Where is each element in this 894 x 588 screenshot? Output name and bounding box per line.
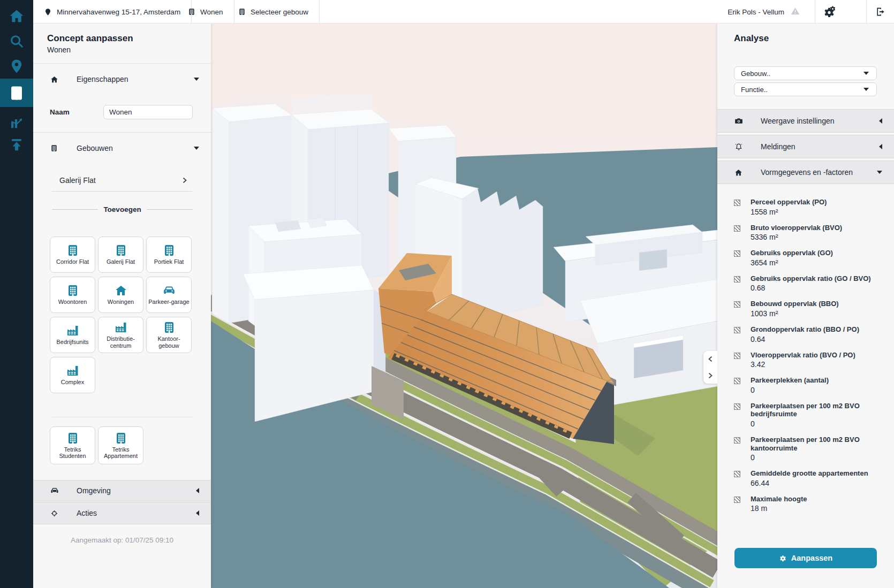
sidebar-item-home[interactable] [0,2,33,30]
sidebar-item-upload[interactable] [0,131,33,158]
toevoegen-label: Toevoegen [103,205,141,213]
add-parkeergarage-button[interactable]: Parkeer-garage [146,277,192,313]
settings-button[interactable] [815,0,843,24]
add-building-grid: Corridor Flat Galerij Flat Portiek Flat … [50,236,194,393]
building-icon [66,244,79,257]
hatch-icon [734,276,740,282]
factory-icon [115,321,127,334]
metric-item: Maximale hoogte 18 m [734,495,884,513]
add-bedrijfsunits-button[interactable]: Bedrijfsunits [50,317,95,353]
sidebar-item-search[interactable] [0,27,33,55]
building-icon [238,8,246,16]
chevron-left-icon [879,144,882,149]
gears-icon [823,5,836,18]
logout-icon [875,6,886,17]
search-icon [9,33,25,49]
select-building-label: Selecteer gebouw [251,8,308,16]
select-building-tab[interactable]: Selecteer gebouw [228,0,320,24]
function-filter-value: Functie.. [741,86,768,94]
naam-label: Naam [50,108,70,116]
sidebar-item-location[interactable] [0,52,33,80]
hatch-icon [734,225,740,232]
panel-title: Concept aanpassen [47,33,133,44]
building-item-label: Galerij Flat [52,176,96,185]
section-label: Weergave instellingen [761,117,835,125]
add-tetriks-studenten-button[interactable]: Tetriks Studenten [50,426,95,464]
section-label: Meldingen [761,142,795,151]
metric-item: Parkeerplekken (aantal) 0 [734,376,884,394]
3d-viewport[interactable] [211,24,717,588]
add-portiek-flat-button[interactable]: Portiek Flat [146,236,192,273]
house-icon [115,284,127,297]
factory-icon [66,324,79,337]
metric-item: Bruto vloeroppervlak (BVO) 5336 m² [734,224,884,242]
app-sidebar [0,0,33,588]
add-woningen-button[interactable]: Woningen [98,277,143,313]
add-kantoorgebouw-button[interactable]: Kantoor-gebouw [146,317,192,353]
metric-item: Parkeerplaatsen per 100 m2 BVO kantoorru… [734,436,884,462]
section-vormgegevens[interactable]: Vormgegevens en -factoren [717,161,894,184]
logout-button[interactable] [866,0,894,24]
section-acties[interactable]: Acties [33,502,211,524]
hatch-icon [734,200,740,206]
gear-icon [779,554,787,562]
metric-item: Vloeroppervlak ratio (BVO / PO) 3.42 [734,351,884,369]
chevron-left-icon [196,488,199,493]
add-woontoren-button[interactable]: Woontoren [50,277,95,313]
building-icon [50,144,59,152]
bell-icon [734,142,743,151]
created-timestamp: Aangemaakt op: 01/07/25 09:10 [33,536,211,544]
section-eigenschappen[interactable]: Eigenschappen [33,68,211,90]
function-filter-select[interactable]: Functie.. [734,82,877,96]
user-name: Erik Pols - Vellum [728,8,784,16]
building-icon [163,321,176,334]
hatch-icon [734,437,740,444]
section-gebouwen[interactable]: Gebouwen [33,138,211,159]
building-icon [66,284,79,297]
hatch-icon [734,301,740,308]
home-icon [50,75,59,83]
chevron-down-icon [877,171,882,174]
panel-subtitle: Wonen [47,45,71,54]
hatch-icon [734,353,740,359]
add-corridor-flat-button[interactable]: Corridor Flat [50,236,95,273]
collapse-left-icon[interactable] [703,351,717,368]
car-icon [50,486,59,495]
add-complex-button[interactable]: Complex [50,357,95,393]
address-tab[interactable]: Minnervahavenweg 15-17, Amsterdam [33,0,192,24]
analyse-panel: Analyse Gebouw.. Functie.. Weergave inst… [717,24,894,588]
section-meldingen[interactable]: Meldingen [717,135,894,158]
panel-collapse-control [703,351,717,384]
camera-icon [734,117,743,125]
hatch-icon [734,403,740,410]
factory-icon [66,364,79,377]
chevron-down-icon [863,88,869,91]
sidebar-item-buildings[interactable] [0,79,33,107]
concept-tab[interactable]: Wonen [177,0,234,24]
section-omgeving[interactable]: Omgeving [33,480,211,501]
building-list-item[interactable]: Galerij Flat [52,169,192,192]
chevron-down-icon [194,78,199,81]
naam-input[interactable] [103,105,193,119]
add-tetriks-appartement-button[interactable]: Tetriks Appartement [98,426,143,464]
add-galerij-flat-button[interactable]: Galerij Flat [98,236,143,273]
hatch-icon [734,327,740,333]
add-distributiecentrum-button[interactable]: Distributie-centrum [98,317,143,353]
location-pin-icon [44,8,52,16]
warning-icon [791,6,800,18]
building-icon [188,8,195,16]
city-scene [211,24,717,588]
aanpassen-button[interactable]: Aanpassen [734,548,877,568]
collapse-right-icon[interactable] [703,368,717,384]
building-icon [163,244,176,257]
location-pin-icon [9,58,25,74]
target-icon [50,509,59,517]
metric-item: Perceel oppervlak (PO) 1558 m² [734,198,884,216]
toevoegen-divider: Toevoegen [52,205,193,213]
chevron-left-icon [196,510,199,516]
building-filter-select[interactable]: Gebouw.. [734,66,877,80]
panel-title: Analyse [734,33,769,44]
section-label: Vormgegevens en -factoren [761,168,853,177]
building-icon [115,244,127,257]
section-weergave-instellingen[interactable]: Weergave instellingen [717,109,894,133]
